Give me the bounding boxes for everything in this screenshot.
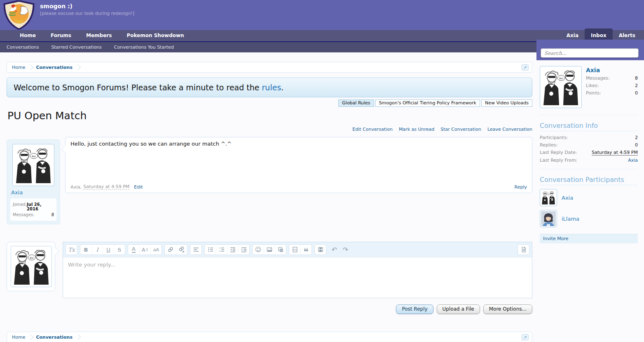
more-options-button[interactable]: More Options...	[483, 304, 532, 314]
remove-format-button[interactable]: Tx	[66, 245, 77, 255]
alignment-button[interactable]	[190, 245, 201, 255]
bold-button[interactable]: B	[80, 245, 91, 255]
message-author-link[interactable]: Axia	[10, 186, 56, 198]
sidebar-member-name[interactable]: Axia	[586, 67, 638, 73]
remove-link-button[interactable]	[176, 245, 187, 255]
page-title: PU Open Match	[7, 110, 532, 122]
stat-value: 8	[52, 212, 54, 217]
chevron-right-icon	[75, 64, 81, 70]
rules-link[interactable]: rules	[262, 83, 281, 92]
info-row-last-reply-from: Last Reply From: Axia	[540, 158, 638, 163]
italic-button[interactable]: I	[91, 245, 103, 255]
axia-avatar-image	[541, 67, 581, 107]
avatar[interactable]	[540, 210, 557, 227]
bbcode-toggle-button[interactable]	[518, 245, 529, 255]
outdent-button[interactable]	[227, 245, 238, 255]
stat-label: Joined:	[13, 202, 27, 211]
last-reply-date-link[interactable]: Saturday at 4:59 PM	[592, 150, 638, 156]
member-stat-likes: Likes: 2	[586, 83, 638, 88]
text-color-button[interactable]: A	[128, 245, 139, 255]
subnav-item-conversations[interactable]: Conversations	[7, 42, 45, 52]
quick-link-new-video-uploads[interactable]: New Video Uploads	[481, 99, 532, 107]
ordered-list-button[interactable]: 12	[216, 245, 227, 255]
info-row-participants: Participants: 2	[540, 135, 638, 140]
insert-media-icon	[277, 246, 284, 253]
edit-conversation-link[interactable]: Edit Conversation	[352, 127, 393, 132]
nav-item-home[interactable]: Home	[12, 30, 43, 41]
quick-links: Global Rules Smogon's Official Tiering P…	[7, 99, 532, 107]
redo-icon: ↷	[343, 246, 348, 254]
insert-link-button[interactable]	[165, 245, 176, 255]
quick-link-global-rules[interactable]: Global Rules	[338, 99, 374, 107]
strikethrough-icon: S	[118, 247, 121, 253]
stat-value: Jul 26, 2016	[27, 202, 54, 211]
undo-button[interactable]: ↶	[329, 245, 340, 255]
axia-avatar-image	[12, 247, 51, 286]
axia-avatar-image	[541, 190, 556, 205]
smiley-icon: ☺	[255, 246, 262, 253]
text-color-icon: A	[132, 246, 136, 253]
conversation-info-heading: Conversation Info	[540, 122, 638, 131]
smogon-logo-icon[interactable]	[2, 0, 35, 30]
subnav-item-conversations-you-started[interactable]: Conversations You Started	[108, 42, 180, 52]
site-title[interactable]: smogon :)	[40, 3, 644, 9]
invite-more-link[interactable]: Invite More	[543, 236, 569, 241]
avatar[interactable]	[540, 189, 557, 206]
quick-link-tiering-policy[interactable]: Smogon's Official Tiering Policy Framewo…	[375, 99, 480, 107]
toolbar-group: B I U S	[80, 244, 125, 255]
upload-a-file-button[interactable]: Upload a File	[437, 304, 480, 314]
nav-item-forums[interactable]: Forums	[43, 30, 79, 41]
star-conversation-link[interactable]: Star Conversation	[440, 127, 481, 132]
ordered-list-icon: 12	[218, 246, 225, 253]
avatar[interactable]	[540, 66, 582, 108]
quote-button[interactable]	[300, 245, 311, 255]
info-label: Last Reply Date:	[540, 150, 577, 156]
message-edit-link[interactable]: Edit	[134, 184, 143, 190]
remove-link-icon	[178, 246, 185, 253]
reply-textarea[interactable]	[63, 257, 532, 298]
code-icon	[292, 246, 298, 253]
message-user-card: Axia Joined: Jul 26, 2016 Messages: 8	[7, 139, 60, 224]
font-family-button[interactable]: aA	[150, 245, 162, 255]
post-reply-button[interactable]: Post Reply	[396, 304, 433, 314]
participant-name-illama[interactable]: iLlama	[562, 216, 579, 222]
message-footer: Axia, Saturday at 4:59 PM Edit Reply	[66, 182, 532, 193]
site-subtitle: [please excuse our look during redesign!…	[40, 11, 644, 16]
insert-media-button[interactable]	[275, 245, 286, 255]
chevron-right-icon	[28, 64, 33, 70]
nav-item-pokemon-showdown[interactable]: Pokemon Showdown	[119, 30, 191, 41]
participant-name-axia[interactable]: Axia	[562, 195, 573, 201]
message-reply-link[interactable]: Reply	[515, 184, 527, 190]
indent-button[interactable]	[238, 245, 249, 255]
font-size-button[interactable]: A	[139, 245, 150, 255]
avatar[interactable]	[12, 144, 54, 186]
nav-item-members[interactable]: Members	[79, 30, 119, 41]
search-input[interactable]	[541, 48, 639, 58]
mark-as-unread-link[interactable]: Mark as Unread	[399, 127, 434, 132]
code-button[interactable]	[289, 245, 300, 255]
message-bubble: Hello, just contacting you so we can arr…	[65, 137, 532, 193]
leave-conversation-link[interactable]: Leave Conversation	[487, 127, 532, 132]
redo-button[interactable]: ↷	[340, 245, 351, 255]
insert-image-button[interactable]	[264, 245, 275, 255]
stat-row-joined: Joined: Jul 26, 2016	[13, 202, 54, 211]
breadcrumb-home[interactable]: Home	[10, 335, 28, 340]
save-draft-button[interactable]	[315, 245, 326, 255]
message-footer-author: Axia,	[70, 184, 82, 190]
strikethrough-button[interactable]: S	[114, 245, 125, 255]
toolbar-group	[314, 244, 326, 255]
message-timestamp-link[interactable]: Saturday at 4:59 PM	[83, 184, 129, 190]
jump-to-top-icon[interactable]: ↗	[522, 64, 529, 71]
underline-button[interactable]: U	[103, 245, 114, 255]
sidebar-member-card: Axia Messages: 8 Likes: 2 Points: 0	[540, 66, 638, 115]
breadcrumb-conversations[interactable]: Conversations	[34, 65, 75, 70]
breadcrumb-conversations[interactable]: Conversations	[34, 335, 75, 340]
save-draft-icon	[317, 246, 324, 253]
subnav-item-starred-conversations[interactable]: Starred Conversations	[45, 42, 108, 52]
last-reply-from-link[interactable]: Axia	[628, 158, 638, 163]
unordered-list-button[interactable]	[205, 245, 216, 255]
smilies-button[interactable]: ☺	[253, 245, 264, 255]
jump-to-top-icon[interactable]: ↗	[522, 334, 529, 340]
breadcrumb-home[interactable]: Home	[10, 65, 28, 70]
avatar[interactable]	[11, 246, 52, 287]
